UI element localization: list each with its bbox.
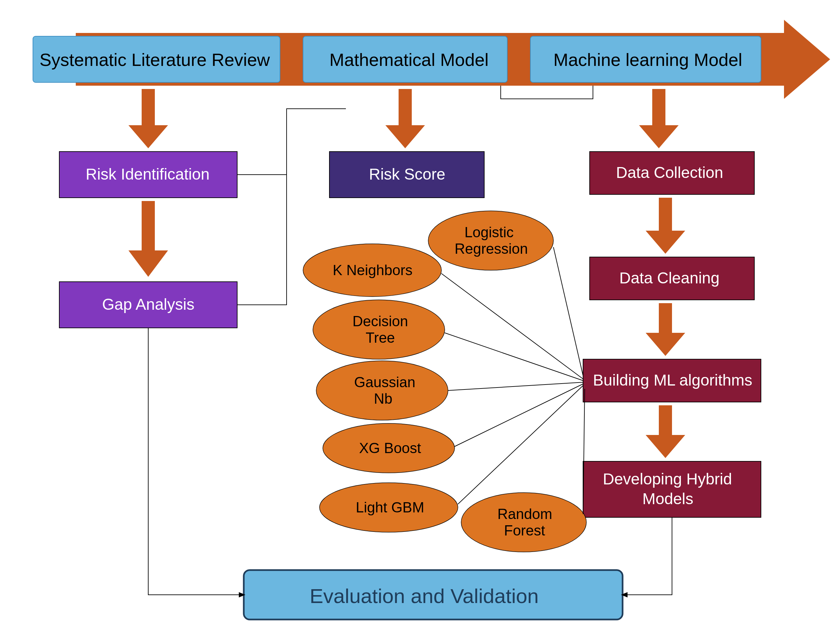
connector-line bbox=[501, 86, 593, 99]
arrow-down-icon bbox=[646, 303, 685, 356]
svg-text:XG Boost: XG Boost bbox=[359, 440, 421, 456]
slr-label: Systematic Literature Review bbox=[39, 50, 270, 70]
svg-marker-8 bbox=[128, 201, 168, 277]
gap-label: Gap Analysis bbox=[102, 296, 194, 313]
svg-text:Tree: Tree bbox=[366, 329, 395, 346]
math-label: Mathematical Model bbox=[329, 50, 488, 70]
svg-text:Logistic: Logistic bbox=[464, 224, 513, 240]
svg-rect-17 bbox=[583, 461, 761, 517]
build-label: Building ML algorithms bbox=[593, 372, 752, 389]
diagram-canvas: Systematic Literature Review Mathematica… bbox=[0, 0, 840, 634]
algo-k-neighbors: K Neighbors bbox=[303, 244, 441, 297]
svg-line-37 bbox=[441, 274, 583, 379]
box-risk-identification: Risk Identification bbox=[59, 152, 237, 198]
hybrid-l1: Developing Hybrid bbox=[603, 470, 732, 488]
svg-marker-6 bbox=[639, 89, 679, 148]
svg-line-40 bbox=[455, 384, 583, 446]
hybrid-l2: Models bbox=[643, 490, 693, 508]
eval-label: Evaluation and Validation bbox=[309, 585, 538, 607]
risk-score-label: Risk Score bbox=[369, 165, 445, 183]
svg-line-36 bbox=[553, 247, 583, 376]
svg-line-41 bbox=[458, 386, 583, 504]
arrow-down-icon bbox=[646, 405, 685, 458]
top-box-ml: Machine learning Model bbox=[531, 36, 761, 82]
box-building-ml: Building ML algorithms bbox=[583, 359, 761, 402]
svg-text:Decision: Decision bbox=[352, 313, 408, 329]
svg-marker-16 bbox=[646, 405, 685, 458]
box-gap-analysis: Gap Analysis bbox=[59, 282, 237, 328]
clean-label: Data Cleaning bbox=[619, 269, 720, 287]
box-data-collection: Data Collection bbox=[590, 152, 754, 194]
arrow-down-icon bbox=[128, 201, 168, 277]
connector-line bbox=[237, 175, 287, 305]
svg-text:Nb: Nb bbox=[374, 391, 392, 406]
risk-id-label: Risk Identification bbox=[86, 165, 210, 183]
algo-decision-tree: Decision Tree bbox=[313, 300, 445, 359]
svg-marker-5 bbox=[385, 89, 425, 148]
box-risk-score: Risk Score bbox=[329, 152, 484, 198]
connector-line bbox=[624, 517, 672, 595]
svg-marker-12 bbox=[646, 198, 685, 254]
collect-label: Data Collection bbox=[616, 164, 723, 181]
svg-line-38 bbox=[445, 333, 583, 381]
svg-text:K Neighbors: K Neighbors bbox=[333, 262, 412, 278]
svg-text:Regression: Regression bbox=[455, 240, 528, 257]
top-box-math: Mathematical Model bbox=[303, 36, 507, 82]
svg-text:Gaussian: Gaussian bbox=[354, 374, 415, 390]
algo-logistic-regression: Logistic Regression bbox=[428, 211, 553, 270]
arrow-down-icon bbox=[128, 89, 168, 148]
arrow-down-icon bbox=[639, 89, 679, 148]
box-evaluation: Evaluation and Validation bbox=[244, 570, 622, 620]
fan-lines bbox=[441, 247, 585, 514]
svg-line-39 bbox=[448, 382, 583, 391]
connector-line bbox=[148, 328, 242, 595]
algo-gaussian-nb: Gaussian Nb bbox=[316, 361, 448, 420]
top-box-slr: Systematic Literature Review bbox=[33, 36, 280, 82]
algo-lightgbm: Light GBM bbox=[319, 483, 458, 532]
svg-text:Random: Random bbox=[497, 506, 552, 522]
algo-xgboost: XG Boost bbox=[323, 424, 455, 473]
box-hybrid-models: Developing Hybrid Models bbox=[583, 461, 761, 517]
box-data-cleaning: Data Cleaning bbox=[590, 257, 754, 300]
svg-text:Light GBM: Light GBM bbox=[356, 499, 424, 515]
arrow-down-icon bbox=[646, 198, 685, 254]
svg-marker-4 bbox=[128, 89, 168, 148]
algo-random-forest: Random Forest bbox=[461, 493, 586, 552]
ml-label: Machine learning Model bbox=[553, 50, 742, 70]
svg-marker-14 bbox=[646, 303, 685, 356]
arrow-down-icon bbox=[385, 89, 425, 148]
svg-text:Forest: Forest bbox=[504, 522, 545, 538]
